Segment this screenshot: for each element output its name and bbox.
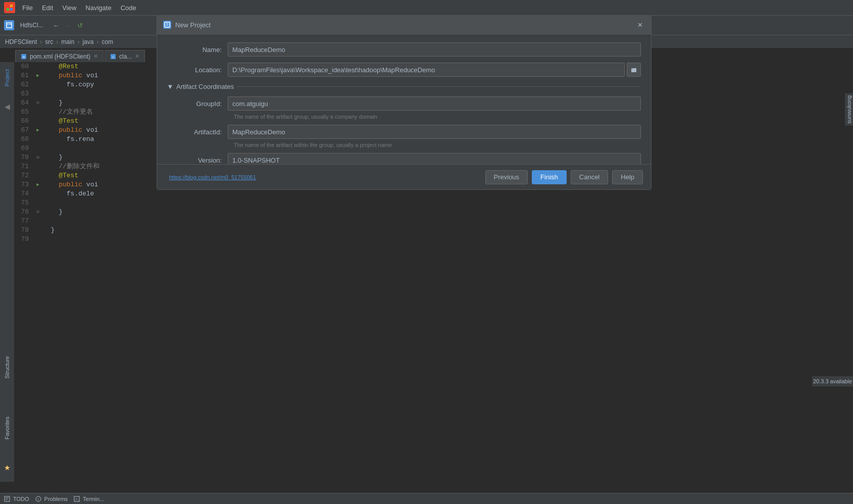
code-line-66: 66 @Test	[15, 117, 157, 126]
todo-tab[interactable]: TODO	[4, 496, 29, 502]
breadcrumb-item-3[interactable]: main	[61, 38, 74, 45]
project-icon	[4, 20, 14, 30]
code-line-74: 74 fs.dele	[15, 189, 157, 198]
name-label: Name:	[167, 46, 228, 54]
finish-button[interactable]: Finish	[532, 170, 567, 184]
artifactid-input[interactable]	[228, 125, 641, 139]
dialog-body: Name: Location: ▼ Artifact Coordinates	[157, 34, 651, 181]
problems-icon: i	[35, 496, 41, 502]
svg-text:m: m	[23, 55, 25, 59]
folder-icon	[631, 67, 637, 73]
cancel-button[interactable]: Cancel	[571, 170, 608, 184]
code-line-78: 78 }	[15, 226, 157, 235]
artifact-coordinates-section-header: ▼ Artifact Coordinates	[167, 83, 641, 90]
groupid-input[interactable]	[228, 96, 641, 111]
code-line-67: 67 ▶ public voi	[15, 126, 157, 135]
help-button[interactable]: Help	[612, 170, 643, 184]
sidebar-star-icon[interactable]: ★	[4, 464, 11, 472]
app-icon	[4, 2, 15, 13]
menu-view[interactable]: View	[58, 2, 80, 14]
breadcrumb-item-2[interactable]: src	[45, 38, 53, 45]
dialog-title-bar: New Project ✕	[157, 16, 651, 34]
forward-btn[interactable]: →	[63, 20, 73, 30]
sidebar-project-label[interactable]: Project	[3, 67, 11, 88]
new-project-dialog: New Project ✕ Name: Location:	[157, 15, 651, 190]
tab-class[interactable]: c cla... ✕	[105, 50, 145, 62]
terminal-icon: >_	[74, 496, 80, 502]
code-line-68: 68 fs.rena	[15, 135, 157, 144]
section-toggle-button[interactable]: ▼	[167, 84, 173, 90]
svg-rect-10	[165, 22, 170, 27]
back-btn[interactable]: ←	[51, 20, 61, 30]
todo-icon	[4, 496, 10, 502]
location-input[interactable]	[228, 63, 625, 77]
menu-edit[interactable]: Edit	[38, 2, 57, 14]
dialog-title-icon	[163, 21, 171, 29]
svg-rect-4	[7, 23, 12, 28]
code-line-63: 63	[15, 89, 157, 98]
code-line-70: 70 ◇ }	[15, 153, 157, 162]
tab-pom[interactable]: m pom.xml (HDFSClient) ✕	[15, 50, 104, 62]
code-line-69: 69	[15, 144, 157, 153]
code-line-61: 61 ▶ public voi	[15, 71, 157, 80]
artifact-coordinates-label: Artifact Coordinates	[176, 83, 234, 90]
menu-file[interactable]: File	[18, 2, 37, 14]
tab-class-close[interactable]: ✕	[135, 53, 139, 60]
update-available-badge: 20.3.3 available	[812, 376, 853, 386]
footer-url-link[interactable]: https://blog.csdn.net/m0_51755061	[169, 174, 256, 180]
artifactid-hint: The name of the artifact within the grou…	[234, 142, 641, 148]
menu-code[interactable]: Code	[117, 2, 140, 14]
code-line-65: 65 //文件更名	[15, 108, 157, 117]
dialog-close-button[interactable]: ✕	[635, 20, 645, 30]
svg-rect-14	[5, 496, 10, 501]
groupid-label: GroupId:	[167, 100, 228, 108]
sidebar-collapse-btn[interactable]: ◀	[5, 103, 10, 111]
section-divider	[237, 86, 641, 87]
groupid-row: GroupId:	[167, 96, 641, 111]
code-line-60: 60 @Rest	[15, 62, 157, 71]
svg-rect-0	[7, 5, 9, 7]
breadcrumb-item-4[interactable]: java	[82, 38, 93, 45]
code-editor: 60 @Rest 61 ▶ public voi 62 fs.copy 63 6…	[15, 62, 157, 484]
footer-url-area: https://blog.csdn.net/m0_51755061	[165, 174, 481, 180]
name-input[interactable]	[228, 42, 641, 57]
dialog-footer: https://blog.csdn.net/m0_51755061 Previo…	[157, 164, 651, 189]
svg-rect-2	[7, 8, 9, 11]
code-line-71: 71 //删除文件和	[15, 162, 157, 171]
class-icon: c	[110, 54, 116, 60]
previous-button[interactable]: Previous	[485, 170, 528, 184]
breadcrumb-item-1[interactable]: HDFSClient	[5, 38, 37, 45]
location-label: Location:	[167, 66, 228, 74]
code-line-72: 72 @Test	[15, 171, 157, 180]
code-line-75: 75	[15, 198, 157, 208]
project-name: HdfsCl...	[20, 22, 43, 29]
svg-rect-3	[10, 8, 13, 11]
code-line-62: 62 fs.copy	[15, 80, 157, 89]
code-line-79: 79	[15, 235, 157, 244]
name-row: Name:	[167, 42, 641, 57]
problems-tab[interactable]: i Problems	[35, 496, 68, 502]
version-label: Version:	[167, 157, 228, 164]
tab-pom-close[interactable]: ✕	[93, 53, 98, 60]
code-line-77: 77	[15, 217, 157, 226]
location-input-group	[228, 63, 641, 77]
refresh-btn[interactable]: ↺	[75, 20, 85, 30]
svg-rect-1	[10, 5, 13, 7]
dialog-title-text: New Project	[175, 21, 211, 29]
code-line-73: 73 ▶ public voi	[15, 180, 157, 189]
dialog-title: New Project	[163, 21, 211, 29]
right-panel-label[interactable]: sunwukong	[845, 93, 853, 126]
svg-text:>_: >_	[75, 497, 80, 501]
svg-text:i: i	[38, 497, 39, 501]
artifactid-row: ArtifactId:	[167, 125, 641, 139]
menu-navigate[interactable]: Navigate	[81, 2, 115, 14]
sidebar-structure-label[interactable]: Structure	[3, 354, 11, 381]
todo-label: TODO	[13, 496, 29, 502]
breadcrumb-item-5[interactable]: com	[102, 38, 113, 45]
tab-pom-label: pom.xml (HDFSClient)	[30, 53, 90, 60]
code-line-76: 76 ◇ }	[15, 208, 157, 217]
pom-icon: m	[21, 54, 27, 60]
sidebar-favorites-label[interactable]: Favorites	[3, 415, 11, 441]
terminal-tab[interactable]: >_ Termin...	[74, 496, 104, 502]
location-browse-button[interactable]	[627, 63, 641, 77]
